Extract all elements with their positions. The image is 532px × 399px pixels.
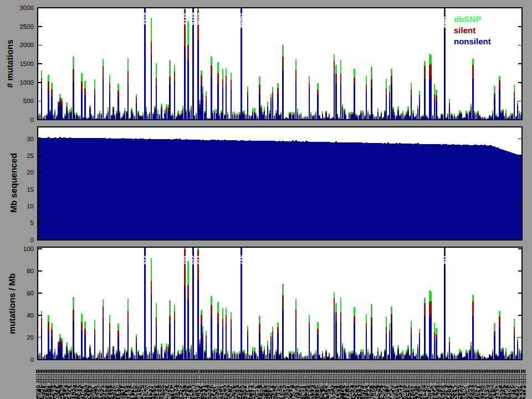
svg-text:500: 500 [23, 98, 34, 105]
svg-text:100: 100 [23, 246, 34, 253]
svg-text:# mutations: # mutations [6, 40, 15, 88]
svg-text:dbSNP: dbSNP [454, 15, 481, 24]
svg-text:20: 20 [27, 170, 34, 176]
svg-text:25: 25 [27, 153, 34, 160]
svg-text:3488: 3488 [441, 16, 447, 28]
svg-text:80: 80 [27, 268, 34, 275]
svg-text:0: 0 [30, 117, 34, 124]
svg-text:30: 30 [27, 136, 34, 143]
svg-text:Mb sequenced: Mb sequenced [9, 153, 19, 213]
svg-text:40: 40 [27, 313, 34, 319]
svg-text:5: 5 [30, 220, 34, 227]
svg-text:20: 20 [27, 335, 34, 341]
svg-text:118: 118 [441, 255, 447, 265]
svg-text:nonsilent: nonsilent [454, 37, 491, 47]
svg-text:5105: 5105 [195, 13, 201, 25]
svg-text:10: 10 [27, 203, 34, 210]
svg-text:107: 107 [181, 255, 187, 265]
svg-text:60: 60 [27, 290, 34, 297]
svg-text:1500: 1500 [19, 61, 34, 68]
svg-text:8152: 8152 [141, 13, 147, 25]
svg-text:0: 0 [30, 237, 34, 244]
svg-text:2500: 2500 [19, 24, 34, 30]
svg-text:mutations / Mb: mutations / Mb [8, 273, 17, 334]
svg-text:2000: 2000 [19, 42, 34, 49]
svg-text:0: 0 [30, 357, 34, 364]
svg-text:15: 15 [27, 187, 34, 193]
svg-text:172: 172 [195, 255, 201, 265]
svg-text:537: 537 [238, 255, 244, 265]
svg-text:1000: 1000 [19, 80, 34, 86]
svg-text:3172: 3172 [181, 13, 187, 25]
svg-text:silent: silent [454, 26, 475, 35]
svg-text:3000: 3000 [19, 5, 34, 12]
svg-text:275: 275 [141, 255, 147, 265]
svg-text:15888: 15888 [238, 13, 244, 28]
